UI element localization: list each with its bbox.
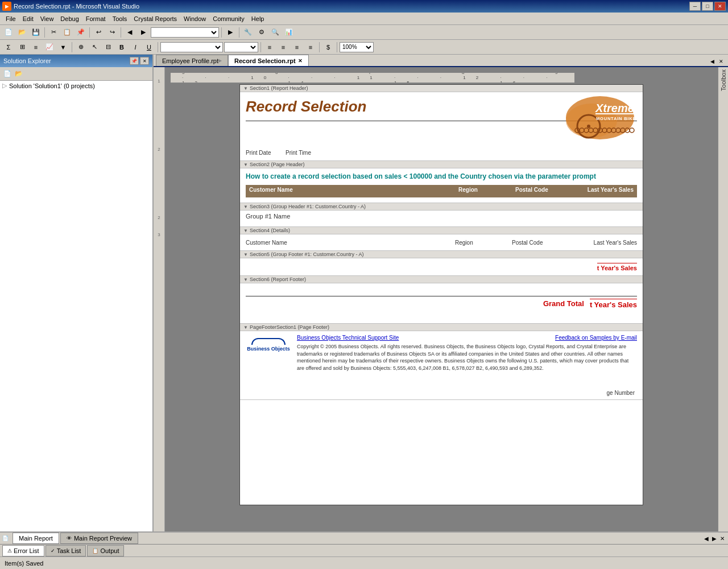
section5-text: Section5 (Group Footer #1: Customer.Coun… bbox=[250, 251, 364, 257]
tab-record-selection[interactable]: Record Selection.rpt ✕ bbox=[228, 55, 309, 66]
copy-button[interactable]: 📋 bbox=[61, 27, 73, 38]
task-icon: ✓ bbox=[51, 548, 55, 554]
solution-explorer: Solution Explorer 📌 ✕ 📄 📂 ▷ Solution 'So… bbox=[0, 55, 154, 531]
menu-debug[interactable]: Debug bbox=[57, 14, 82, 23]
nav-close-btn[interactable]: ✕ bbox=[719, 535, 726, 542]
align-left[interactable]: ≡ bbox=[263, 42, 276, 53]
collapse-arrow-2[interactable]: ▼ bbox=[243, 162, 248, 167]
justify[interactable]: ≡ bbox=[304, 42, 317, 53]
sep7 bbox=[158, 42, 158, 52]
editor-pin-btn[interactable]: ◀ bbox=[708, 57, 717, 66]
se-new-btn[interactable]: 📄 bbox=[2, 69, 13, 79]
align-right[interactable]: ≡ bbox=[291, 42, 303, 53]
se-open-btn[interactable]: 📂 bbox=[14, 69, 24, 79]
collapse-arrow-4[interactable]: ▼ bbox=[243, 228, 248, 233]
new-button[interactable]: 📄 bbox=[2, 27, 15, 38]
menu-bar: File Edit View Debug Format Tools Crysta… bbox=[0, 13, 728, 25]
sep8 bbox=[260, 42, 261, 52]
menu-help[interactable]: Help bbox=[248, 14, 268, 23]
se-pin-button[interactable]: 📌 bbox=[130, 57, 139, 65]
collapse-arrow-7[interactable]: ▼ bbox=[243, 325, 248, 330]
sep3 bbox=[121, 27, 121, 38]
restore-button[interactable]: □ bbox=[702, 2, 713, 11]
tab-output[interactable]: 📋 Output bbox=[87, 545, 124, 556]
collapse-arrow-1[interactable]: ▼ bbox=[243, 86, 248, 91]
grid-btn[interactable]: ⊞ bbox=[16, 42, 28, 53]
move-btn[interactable]: ⊕ bbox=[75, 42, 87, 53]
align-btn[interactable]: ⊟ bbox=[102, 42, 114, 53]
feedback-link[interactable]: Feedback on Samples by E-mail bbox=[555, 335, 637, 341]
minimize-button[interactable]: ─ bbox=[689, 2, 701, 11]
bo-support-link[interactable]: Business Objects Technical Support Site bbox=[297, 335, 399, 341]
nav-right-arrow[interactable]: ▶ bbox=[711, 535, 718, 542]
paste-button[interactable]: 📌 bbox=[75, 27, 87, 38]
tab-close-icon[interactable]: ✕ bbox=[298, 58, 303, 64]
collapse-arrow-3[interactable]: ▼ bbox=[243, 204, 248, 209]
editor-close-btn[interactable]: ✕ bbox=[717, 57, 726, 66]
sum-btn[interactable]: Σ bbox=[2, 42, 15, 53]
tab-error-list[interactable]: ⚠ Error List bbox=[2, 545, 44, 556]
bottom-panel: ⚠ Error List ✓ Task List 📋 Output bbox=[0, 544, 728, 556]
col-postal-code: Postal Code bbox=[512, 185, 569, 197]
nav-fwd[interactable]: ▶ bbox=[137, 27, 150, 38]
currency[interactable]: $ bbox=[322, 42, 334, 53]
group-total-label: t Year's Sales bbox=[597, 263, 637, 271]
start-debug[interactable]: ▶ bbox=[224, 27, 237, 38]
se-solution-item[interactable]: ▷ Solution 'Solution1' (0 projects) bbox=[0, 81, 152, 90]
details-content: Customer Name Region Postal Code Last Ye… bbox=[240, 234, 643, 250]
tool2[interactable]: ⚙ bbox=[255, 27, 268, 38]
tool1[interactable]: 🔧 bbox=[242, 27, 254, 38]
svg-rect-5 bbox=[595, 113, 634, 114]
collapse-arrow-5[interactable]: ▼ bbox=[243, 252, 248, 257]
report-canvas[interactable]: · 1 · · · 2 · · · 3 · · · 4 · · · 5 · · … bbox=[165, 67, 718, 531]
zoom-select[interactable]: 100% bbox=[340, 42, 374, 52]
section-group-footer: ▼ Section5 (Group Footer #1: Customer.Co… bbox=[240, 251, 643, 276]
font-select[interactable] bbox=[160, 42, 223, 52]
select-btn[interactable]: ↖ bbox=[88, 42, 101, 53]
output-icon: 📋 bbox=[92, 548, 98, 554]
nav-left-arrow[interactable]: ◀ bbox=[703, 535, 710, 542]
sep1 bbox=[44, 27, 45, 38]
svg-text:Xtreme: Xtreme bbox=[595, 102, 634, 114]
menu-view[interactable]: View bbox=[37, 14, 57, 23]
redo-button[interactable]: ↪ bbox=[106, 27, 118, 38]
sep9 bbox=[319, 42, 320, 52]
tab-employee-profile[interactable]: Employee Profile.rpt ▶ bbox=[156, 55, 228, 66]
menu-edit[interactable]: Edit bbox=[19, 14, 37, 23]
align-center[interactable]: ≡ bbox=[277, 42, 289, 53]
menu-file[interactable]: File bbox=[2, 14, 19, 23]
bold-btn[interactable]: B bbox=[115, 42, 128, 53]
undo-button[interactable]: ↩ bbox=[92, 27, 105, 38]
menu-window[interactable]: Window bbox=[180, 14, 209, 23]
chart-btn[interactable]: 📈 bbox=[43, 42, 56, 53]
se-close-button[interactable]: ✕ bbox=[140, 57, 149, 65]
open-button[interactable]: 📂 bbox=[16, 27, 28, 38]
target-select[interactable] bbox=[151, 27, 219, 38]
menu-format[interactable]: Format bbox=[82, 14, 109, 23]
menu-tools[interactable]: Tools bbox=[109, 14, 131, 23]
filter-btn[interactable]: ▼ bbox=[57, 42, 69, 53]
status-message: Item(s) Saved bbox=[5, 560, 43, 567]
tab-main-report-preview[interactable]: 👁 Main Report Preview bbox=[60, 533, 138, 544]
title-bar-text: Record Selection.rpt - Microsoft Visual … bbox=[14, 3, 139, 10]
italic-btn[interactable]: I bbox=[129, 42, 142, 53]
bo-logo-arc bbox=[251, 338, 286, 345]
tool4[interactable]: 📊 bbox=[283, 27, 295, 38]
save-button[interactable]: 💾 bbox=[30, 27, 42, 38]
report-header-content: Record Selection bbox=[240, 92, 643, 160]
tool3[interactable]: 🔍 bbox=[269, 27, 282, 38]
close-button[interactable]: ✕ bbox=[714, 2, 726, 11]
underline-btn[interactable]: U bbox=[143, 42, 155, 53]
collapse-arrow-6[interactable]: ▼ bbox=[243, 277, 248, 282]
editor-area: Employee Profile.rpt ▶ Record Selection.… bbox=[154, 55, 728, 531]
toolbox-label[interactable]: Toolbox bbox=[719, 67, 728, 93]
nav-back[interactable]: ◀ bbox=[123, 27, 136, 38]
list-btn[interactable]: ≡ bbox=[30, 42, 42, 53]
tab-task-list[interactable]: ✓ Task List bbox=[46, 545, 86, 556]
tab-main-report[interactable]: Main Report bbox=[13, 533, 59, 544]
menu-crystal-reports[interactable]: Crystal Reports bbox=[130, 14, 180, 23]
size-select[interactable] bbox=[224, 42, 258, 52]
group-footer-content: t Year's Sales bbox=[240, 258, 643, 275]
menu-community[interactable]: Community bbox=[209, 14, 248, 23]
cut-button[interactable]: ✂ bbox=[47, 27, 60, 38]
